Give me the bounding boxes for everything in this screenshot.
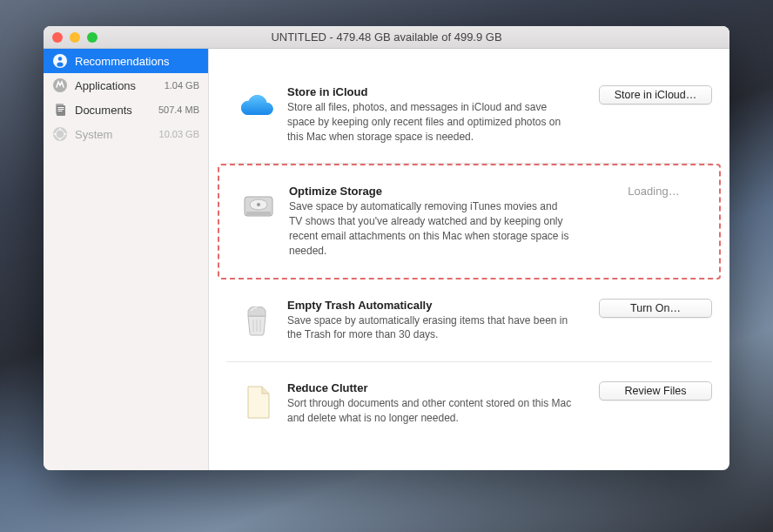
svg-point-2 <box>57 62 63 66</box>
recommendation-description: Save space by automatically removing iTu… <box>289 199 573 258</box>
svg-rect-8 <box>58 111 63 111</box>
desktop-wallpaper: UNTITLED - 479.48 GB available of 499.9 … <box>0 0 773 532</box>
recommendation-description: Save space by automatically erasing item… <box>287 313 575 343</box>
recommendation-title: Empty Trash Automatically <box>287 299 575 312</box>
recommendation-reduce-clutter: Reduce Clutter Sort through documents an… <box>226 362 712 445</box>
recommendation-action: Loading… <box>588 185 710 258</box>
svg-point-13 <box>257 203 260 206</box>
recommendation-text: Reduce Clutter Sort through documents an… <box>287 381 590 426</box>
sidebar-item-applications[interactable]: Applications 1.04 GB <box>44 73 208 98</box>
sidebar-item-system[interactable]: System 10.03 GB <box>44 122 208 146</box>
sidebar-item-label: Applications <box>75 79 165 92</box>
sidebar-item-size: 507.4 MB <box>158 104 199 115</box>
recommendation-description: Sort through documents and other content… <box>287 396 575 426</box>
recommendation-text: Empty Trash Automatically Save space by … <box>287 299 590 343</box>
window-titlebar: UNTITLED - 479.48 GB available of 499.9 … <box>44 26 729 49</box>
hard-drive-icon <box>228 185 289 258</box>
svg-rect-7 <box>58 109 64 110</box>
sidebar-item-label: Recommendations <box>75 55 199 68</box>
sidebar-item-documents[interactable]: Documents 507.4 MB <box>44 98 208 122</box>
recommendation-description: Store all files, photos, and messages in… <box>287 100 575 144</box>
recommendation-title: Store in iCloud <box>287 85 575 98</box>
review-files-button[interactable]: Review Files <box>599 381 712 401</box>
recommendation-title: Reduce Clutter <box>287 381 575 394</box>
storage-management-window: UNTITLED - 479.48 GB available of 499.9 … <box>44 26 729 470</box>
window-title: UNTITLED - 479.48 GB available of 499.9 … <box>44 30 729 44</box>
sidebar-item-size: 10.03 GB <box>159 129 199 139</box>
sidebar-item-label: Documents <box>75 104 158 117</box>
recommendation-store-in-icloud: Store in iCloud Store all files, photos,… <box>226 66 712 164</box>
applications-icon <box>52 77 68 93</box>
sidebar-item-label: System <box>75 128 159 141</box>
trash-icon <box>226 299 287 343</box>
documents-icon <box>52 102 68 118</box>
svg-point-1 <box>58 57 62 60</box>
recommendation-title: Optimize Storage <box>289 185 573 198</box>
close-button[interactable] <box>52 32 63 43</box>
document-icon <box>226 381 287 426</box>
system-icon <box>52 126 68 142</box>
recommendation-action: Turn On… <box>590 299 712 343</box>
minimize-button[interactable] <box>70 32 80 43</box>
window-controls <box>44 32 97 43</box>
svg-rect-14 <box>246 212 271 215</box>
recommendation-text: Store in iCloud Store all files, photos,… <box>287 85 590 144</box>
turn-on-button[interactable]: Turn On… <box>599 299 712 318</box>
recommendation-empty-trash: Empty Trash Automatically Save space by … <box>226 279 712 363</box>
sidebar: Recommendations Applications 1.04 GB Doc… <box>44 49 209 470</box>
sidebar-item-size: 1.04 GB <box>165 80 199 91</box>
recommendations-icon <box>52 53 68 69</box>
window-body: Recommendations Applications 1.04 GB Doc… <box>44 49 729 470</box>
content-area: Store in iCloud Store all files, photos,… <box>209 49 729 470</box>
sidebar-item-recommendations[interactable]: Recommendations <box>44 49 208 73</box>
recommendation-text: Optimize Storage Save space by automatic… <box>289 185 588 258</box>
recommendation-action: Store in iCloud… <box>590 85 712 144</box>
icloud-icon <box>226 85 287 144</box>
svg-rect-6 <box>58 107 64 108</box>
zoom-button[interactable] <box>87 32 97 43</box>
loading-indicator: Loading… <box>597 185 710 198</box>
store-in-icloud-button[interactable]: Store in iCloud… <box>599 85 712 104</box>
recommendation-action: Review Files <box>590 381 712 426</box>
recommendation-optimize-storage: Optimize Storage Save space by automatic… <box>218 164 721 279</box>
